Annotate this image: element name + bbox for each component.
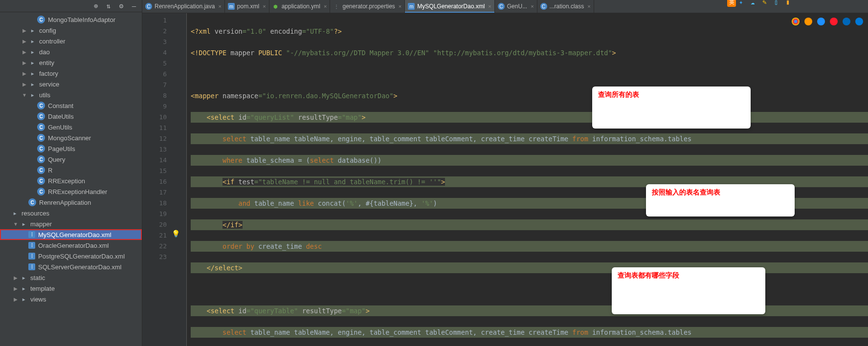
target-icon[interactable]: ⊕ <box>92 2 100 10</box>
close-icon[interactable]: × <box>399 3 401 9</box>
tab-genu-[interactable]: CGenU...× <box>495 0 537 13</box>
close-icon[interactable]: × <box>531 3 534 9</box>
tree-item-genutils[interactable]: CGenUtils <box>0 122 142 132</box>
tree-item-query[interactable]: CQuery <box>0 154 142 165</box>
tab-file-icon: ⬢ <box>272 3 279 10</box>
line-number: 19 <box>142 209 167 219</box>
tree-item-rrexception[interactable]: CRRException <box>0 175 142 186</box>
tree-item-postgresqlgeneratordao-xml[interactable]: ⋮PostgreSQLGeneratorDao.xml <box>0 251 142 261</box>
tab-file-icon: C <box>498 3 505 10</box>
expander-icon[interactable]: ▼ <box>13 221 19 227</box>
annotation-3: 查询表都有哪些字段 <box>612 267 765 314</box>
tab-generator-properties[interactable]: ⋮generator.properties× <box>330 0 405 13</box>
line-number: 11 <box>142 123 167 133</box>
tree-item-mapper[interactable]: ▼▸mapper <box>0 218 142 229</box>
tree-item-mongotableinfoadaptor[interactable]: CMongoTableInfoAdaptor <box>0 14 142 25</box>
gear-icon[interactable]: ⚙ <box>117 2 125 10</box>
code-editor[interactable]: 1234567891011121314151617181920212223 💡 … <box>142 13 868 346</box>
project-tree[interactable]: CMongoTableInfoAdaptor▶▸config▶▸controll… <box>0 12 142 346</box>
tree-item-dao[interactable]: ▶▸dao <box>0 46 142 57</box>
tree-item-pageutils[interactable]: CPageUtils <box>0 143 142 154</box>
expander-icon[interactable]: ▶ <box>22 49 27 55</box>
close-icon[interactable]: × <box>218 3 221 9</box>
expander-icon[interactable]: ▶ <box>13 297 19 302</box>
tree-item-rrexceptionhandler[interactable]: CRRExceptionHandler <box>0 186 142 197</box>
tree-label: MySQLGeneratorDao.xml <box>38 231 111 238</box>
class-icon: C <box>37 155 45 163</box>
expander-icon[interactable]: ▶ <box>22 60 27 65</box>
tab-mysqlgeneratordao-xml[interactable]: mMySQLGeneratorDao.xml× <box>405 0 494 13</box>
folder-icon: ▸ <box>28 26 36 34</box>
tab-pom-xml[interactable]: mpom.xml× <box>225 0 269 13</box>
line-number: 20 <box>142 219 167 230</box>
tree-label: utils <box>39 91 50 99</box>
tree-item-template[interactable]: ▶▸template <box>0 283 142 294</box>
tree-item-resources[interactable]: ▸resources <box>0 208 142 218</box>
expander-icon[interactable]: ▶ <box>13 275 19 281</box>
tree-label: DateUtils <box>48 113 74 120</box>
close-icon[interactable]: × <box>488 3 491 9</box>
tab-label: ...ration.class <box>550 3 584 10</box>
tab-file-icon: m <box>408 3 415 10</box>
editor-area: CRenrenApplication.java×mpom.xml×⬢applic… <box>142 0 868 346</box>
tree-item-config[interactable]: ▶▸config <box>0 25 142 36</box>
line-number: 15 <box>142 166 167 176</box>
tree-item-mysqlgeneratordao-xml[interactable]: ⋮MySQLGeneratorDao.xml <box>0 229 142 240</box>
tree-item-sqlservergeneratordao-xml[interactable]: ⋮SQLServerGeneratorDao.xml <box>0 261 142 272</box>
annotation-1: 查询所有的表 <box>592 86 751 129</box>
xml-icon: ⋮ <box>28 253 35 260</box>
expander-icon[interactable]: ▶ <box>22 39 27 44</box>
tree-label: R <box>48 167 52 174</box>
tree-item-views[interactable]: ▶▸views <box>0 294 142 304</box>
minimize-icon[interactable]: — <box>130 2 138 10</box>
tab--ration-class[interactable]: C...ration.class× <box>537 0 594 13</box>
tab-application-yml[interactable]: ⬢application.yml× <box>269 0 331 13</box>
expander-icon[interactable]: ▶ <box>13 286 19 291</box>
tab-file-icon: ⋮ <box>333 3 340 10</box>
tree-label: PostgreSQLGeneratorDao.xml <box>38 253 125 260</box>
folder-icon: ▸ <box>20 274 27 281</box>
folder-icon: ▸ <box>28 69 36 77</box>
fold-bar[interactable] <box>180 13 187 346</box>
tab-label: pom.xml <box>237 3 259 10</box>
tree-item-oraclegeneratordao-xml[interactable]: ⋮OracleGeneratorDao.xml <box>0 240 142 251</box>
tree-label: controller <box>39 38 65 45</box>
tree-item-service[interactable]: ▶▸service <box>0 79 142 89</box>
tree-item-entity[interactable]: ▶▸entity <box>0 57 142 68</box>
tree-item-factory[interactable]: ▶▸factory <box>0 68 142 79</box>
tree-item-constant[interactable]: CConstant <box>0 100 142 111</box>
line-number: 13 <box>142 144 167 155</box>
tree-item-mongoscanner[interactable]: CMongoScanner <box>0 132 142 143</box>
tree-item-dateutils[interactable]: CDateUtils <box>0 111 142 122</box>
expander-icon[interactable]: ▶ <box>22 82 27 87</box>
tree-label: dao <box>39 48 50 56</box>
folder-icon: ▸ <box>20 295 27 303</box>
code-content[interactable]: <?xml version="1.0" encoding="UTF-8"?> <… <box>187 13 868 346</box>
expander-icon[interactable]: ▶ <box>22 28 27 33</box>
close-icon[interactable]: × <box>587 3 590 9</box>
close-icon[interactable]: × <box>263 3 266 9</box>
annotation-2: 按照输入的表名查询表 <box>646 184 795 216</box>
tree-item-renrenapplication[interactable]: CRenrenApplication <box>0 197 142 208</box>
sort-icon[interactable]: ⇅ <box>105 2 112 10</box>
tab-label: GenU... <box>507 3 527 10</box>
tree-item-static[interactable]: ▶▸static <box>0 272 142 283</box>
expander-icon[interactable]: ▼ <box>22 92 27 98</box>
tree-item-controller[interactable]: ▶▸controller <box>0 36 142 46</box>
class-icon: C <box>37 112 45 120</box>
tab-file-icon: m <box>228 3 235 10</box>
line-number: 5 <box>142 58 167 69</box>
tab-label: RenrenApplication.java <box>155 3 215 10</box>
tab-renrenapplication-java[interactable]: CRenrenApplication.java× <box>142 0 225 13</box>
close-icon[interactable]: × <box>324 3 327 9</box>
tree-item-r[interactable]: CR <box>0 165 142 175</box>
expander-icon[interactable]: ▶ <box>22 71 27 76</box>
bulb-icon[interactable]: 💡 <box>171 228 180 239</box>
line-number: 4 <box>142 47 167 58</box>
class-icon: C <box>37 145 45 152</box>
gutter-icons: 💡 <box>171 13 180 346</box>
class-icon: C <box>37 166 45 174</box>
tree-item-utils[interactable]: ▼▸utils <box>0 89 142 100</box>
tab-label: generator.properties <box>342 3 395 10</box>
tree-label: service <box>39 81 59 88</box>
